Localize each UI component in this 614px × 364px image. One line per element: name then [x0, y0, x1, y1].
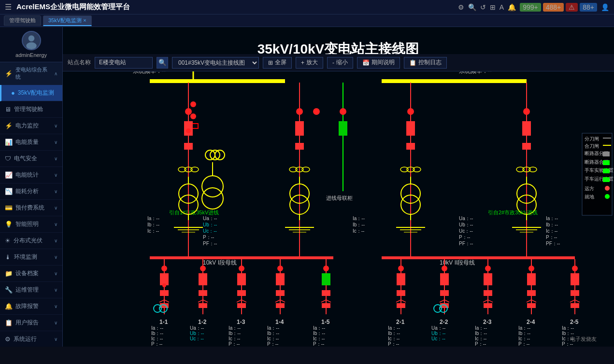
tab-bar: 管理驾驶舱 35kV配电监测 ×	[0, 14, 614, 27]
svg-point-125	[323, 266, 329, 271]
svg-text:Ib：--: Ib：--	[151, 331, 163, 336]
svg-text:Uc：--: Uc：--	[190, 336, 204, 341]
svg-point-254	[605, 186, 610, 191]
enlarge-button[interactable]: + 放大	[296, 57, 323, 69]
badge-green: 999+	[520, 3, 541, 12]
badge-blue: 88+	[580, 3, 597, 12]
sidebar-item-dashboard[interactable]: 🖥 管理驾驶舱	[0, 101, 62, 118]
sidebar-item-electrical-safety[interactable]: 🛡 电气安全 ∨	[0, 151, 62, 167]
sidebar-item-energy-analysis[interactable]: 📉 能耗分析 ∨	[0, 183, 62, 200]
line-select[interactable]: 001#35kV变电站主接线图	[172, 57, 259, 69]
top-header: ☰ AcrelEMS企业微电网能效管理平台 ⚙ 🔍 ↺ ⊞ A 🔔 999+ 4…	[0, 0, 614, 14]
svg-rect-108	[237, 273, 246, 285]
settings-icon[interactable]: ⚙	[458, 3, 464, 11]
sidebar-item-fault[interactable]: 🔔 故障报警 ∨	[0, 298, 62, 315]
svg-text:Ic：--: Ic：--	[475, 336, 486, 341]
sidebar-item-solar[interactable]: ☀ 分布式光伏 ∨	[0, 233, 62, 249]
sidebar-item-power-quality[interactable]: 📊 电能质量 ∨	[0, 134, 62, 151]
search-button[interactable]: 🔍	[157, 57, 168, 69]
svg-point-13	[190, 113, 196, 119]
sidebar-item-user-report[interactable]: 📋 用户报告 ∨	[0, 315, 62, 331]
log-icon: 📋	[409, 59, 416, 66]
fullscreen-button[interactable]: ⊞ 全屏	[263, 57, 292, 69]
svg-text:2-4: 2-4	[527, 319, 535, 325]
sidebar-item-lighting[interactable]: 💡 智能照明 ∨	[0, 216, 62, 233]
svg-point-133	[398, 266, 404, 271]
log-button[interactable]: 📋 控制日志	[404, 57, 447, 69]
sidebar-item-sysrun[interactable]: ⚙ 系统运行 ∨	[0, 331, 62, 347]
sidebar-item-label: 管理驾驶舱	[14, 105, 43, 113]
svg-rect-8	[382, 79, 527, 83]
svg-text:Ib：--: Ib：--	[546, 222, 558, 227]
chevron-icon: ∨	[54, 222, 57, 227]
svg-text:Ic：--: Ic：--	[518, 336, 530, 341]
svg-text:P：--: P：--	[546, 235, 557, 240]
svg-text:合刀闸: 合刀闸	[585, 143, 599, 149]
expand-icon[interactable]: ⊞	[490, 3, 496, 11]
svg-rect-163	[527, 303, 536, 308]
user-icon[interactable]: 👤	[601, 3, 609, 11]
svg-text:P：--: P：--	[151, 341, 162, 347]
sidebar-item-device-archive[interactable]: 📁 设备档案 ∨	[0, 266, 62, 282]
report-icon: 📋	[5, 319, 13, 326]
svg-rect-92	[160, 290, 169, 296]
refresh-icon[interactable]: ↺	[480, 3, 486, 11]
environment-icon: 🌡	[5, 253, 11, 261]
svg-text:Ic：--: Ic：--	[313, 336, 325, 341]
svg-text:1-3: 1-3	[237, 319, 245, 325]
station-input[interactable]	[95, 57, 153, 69]
menu-icon[interactable]: ☰	[5, 2, 12, 12]
diagram-svg: 35kV/10kV变电站主接线图 系统频率：-- 系统频率：--	[63, 27, 614, 347]
sysrun-icon: ⚙	[5, 336, 11, 343]
search-icon[interactable]: 🔍	[468, 3, 476, 11]
sidebar-item-environment[interactable]: 🌡 环境监测 ∨	[0, 249, 62, 266]
svg-rect-137	[397, 303, 405, 308]
svg-text:Ib：--: Ib：--	[475, 331, 487, 336]
svg-text:2-3: 2-3	[483, 319, 492, 325]
svg-text:Ub：--: Ub：--	[431, 331, 445, 336]
header-icons: ⚙ 🔍 ↺ ⊞ A 🔔 999+ 488+ ⚠ 88+ 👤	[458, 3, 609, 12]
sidebar-item-prepaid[interactable]: 💳 预付费系统 ∨	[0, 200, 62, 216]
font-icon[interactable]: A	[500, 3, 504, 11]
sidebar-item-label: 电能统计	[15, 171, 39, 179]
chevron-icon: ∨	[54, 320, 57, 325]
sidebar-item-substationsystem[interactable]: ⚡ 变电站综合系统 ∧	[0, 62, 62, 85]
sidebar-item-ops[interactable]: 🔧 运维管理 ∨	[0, 282, 62, 298]
chevron-icon: ∨	[54, 123, 57, 128]
sidebar-item-power-stats[interactable]: 📈 电能统计 ∨	[0, 167, 62, 183]
solar-icon: ☀	[5, 237, 11, 244]
tab-35kv[interactable]: 35kV配电监测 ×	[43, 15, 92, 26]
sidebar-item-label: 电能质量	[15, 138, 39, 146]
chevron-icon: ∨	[54, 172, 57, 178]
svg-rect-71	[522, 143, 531, 150]
svg-text:Ic：--: Ic：--	[147, 228, 159, 234]
svg-point-12	[190, 101, 196, 107]
badge-orange: 488+	[543, 3, 564, 12]
svg-rect-110	[237, 290, 246, 296]
svg-text:远方: 远方	[585, 186, 594, 191]
svg-rect-158	[527, 273, 536, 285]
svg-text:PF：--: PF：--	[459, 241, 473, 246]
svg-text:Ic：--: Ic：--	[546, 228, 557, 234]
svg-rect-140	[440, 273, 449, 285]
svg-text:Ub：--: Ub：--	[203, 222, 217, 227]
tab-management[interactable]: 管理驾驶舱	[4, 15, 41, 26]
shrink-button[interactable]: - 缩小	[327, 57, 353, 69]
period-button[interactable]: 📅 期间说明	[357, 57, 400, 69]
svg-text:Ib：--: Ib：--	[313, 331, 325, 336]
sidebar-item-power-monitor[interactable]: ⚡ 电力监控 ∨	[0, 118, 62, 134]
bell-icon[interactable]: 🔔	[508, 3, 516, 11]
svg-text:Ic：--: Ic：--	[388, 336, 400, 341]
svg-rect-160	[527, 290, 536, 296]
svg-rect-248	[603, 160, 610, 165]
svg-rect-116	[276, 273, 285, 285]
svg-text:Uc：--: Uc：--	[459, 228, 473, 234]
sidebar-item-label: 智能照明	[15, 220, 39, 228]
svg-point-91	[162, 283, 166, 287]
svg-text:PF：--: PF：--	[546, 241, 560, 246]
dashboard-icon: 🖥	[5, 106, 11, 113]
sidebar-item-35kv[interactable]: ● 35kV配电监测	[0, 85, 62, 101]
sidebar-item-label: 环境监测	[14, 253, 37, 261]
period-icon: 📅	[362, 59, 370, 66]
svg-rect-86	[382, 256, 575, 259]
